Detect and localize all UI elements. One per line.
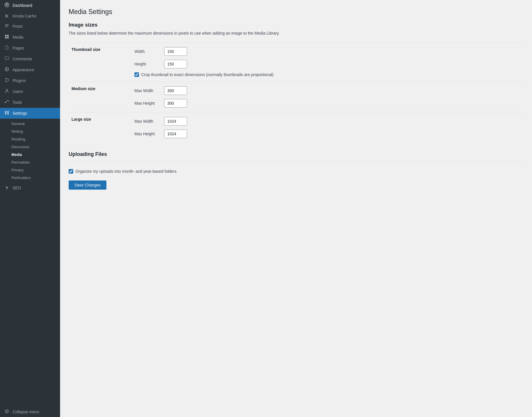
save-changes-button[interactable]: Save Changes <box>69 180 106 190</box>
large-label: Large size <box>69 112 132 143</box>
sidebar: Dashboard K Kinsta Cache Posts Media Pag… <box>0 0 60 417</box>
thumbnail-width-input[interactable] <box>164 47 187 56</box>
submenu-permalinks[interactable]: Permalinks <box>0 158 60 166</box>
sidebar-item-plugins-label: Plugins <box>13 78 26 83</box>
sidebar-bottom: Collapse menu <box>0 407 60 417</box>
svg-point-8 <box>6 89 8 91</box>
sidebar-item-seo[interactable]: Y SEO <box>0 183 60 193</box>
sidebar-item-pages-label: Pages <box>13 46 24 50</box>
large-max-width-label: Max Width <box>134 119 160 124</box>
sidebar-item-users-label: Users <box>13 89 23 94</box>
sidebar-item-users[interactable]: Users <box>0 86 60 97</box>
tools-icon <box>4 100 10 105</box>
large-max-height-label: Max Height <box>134 132 160 136</box>
thumbnail-fields: Width Height Crop thumbnail to exact dim… <box>132 43 523 82</box>
seo-icon: Y <box>4 185 10 190</box>
thumbnail-label: Thumbnail size <box>69 43 132 82</box>
comments-icon <box>4 56 10 62</box>
svg-point-13 <box>5 410 8 413</box>
sidebar-item-media-label: Media <box>13 35 23 39</box>
crop-thumbnail-label: Crop thumbnail to exact dimensions (norm… <box>141 72 273 77</box>
appearance-icon <box>4 67 10 73</box>
submenu-reading[interactable]: Reading <box>0 135 60 143</box>
submenu-privacy[interactable]: Privacy <box>0 166 60 174</box>
medium-row: Medium size Max Width Max Height <box>69 82 523 112</box>
sidebar-item-media-nav[interactable]: Media <box>0 32 60 43</box>
users-icon <box>4 89 10 94</box>
sidebar-item-comments[interactable]: Comments <box>0 53 60 64</box>
large-field-content: Max Width Max Height <box>134 117 521 138</box>
thumbnail-width-row: Width <box>134 47 521 56</box>
thumbnail-height-row: Height <box>134 60 521 68</box>
sidebar-item-appearance-label: Appearance <box>13 67 34 72</box>
submenu-writing[interactable]: Writing <box>0 128 60 135</box>
sidebar-item-kinsta-cache[interactable]: K Kinsta Cache <box>0 11 60 21</box>
sidebar-item-tools-label: Tools <box>13 100 22 105</box>
sidebar-item-settings[interactable]: Settings <box>0 108 60 119</box>
large-height-row: Max Height <box>134 130 521 138</box>
svg-rect-4 <box>7 35 9 37</box>
organize-uploads-label: Organize my uploads into month- and year… <box>76 169 176 174</box>
organize-uploads-row: Organize my uploads into month- and year… <box>69 169 523 174</box>
kinsta-icon: K <box>4 13 10 18</box>
svg-rect-7 <box>5 79 8 82</box>
large-fields: Max Width Max Height <box>132 112 523 143</box>
collapse-menu-label: Collapse menu <box>13 410 39 414</box>
crop-thumbnail-checkbox[interactable] <box>134 72 139 77</box>
medium-max-width-label: Max Width <box>134 88 160 93</box>
svg-rect-3 <box>5 35 7 37</box>
organize-uploads-checkbox[interactable] <box>69 169 73 174</box>
medium-height-row: Max Height <box>134 99 521 108</box>
thumbnail-height-label: Height <box>134 62 160 66</box>
settings-nav-row: Settings <box>0 108 60 119</box>
sidebar-item-posts[interactable]: Posts <box>0 21 60 32</box>
image-sizes-table: Thumbnail size Width Height Crop thumbna… <box>69 42 523 143</box>
main-content: Media Settings Image sizes The sizes lis… <box>60 0 532 417</box>
thumbnail-field-content: Width Height Crop thumbnail to exact dim… <box>134 47 521 77</box>
section-divider <box>69 162 523 162</box>
sidebar-item-seo-label: SEO <box>13 186 21 190</box>
sidebar-item-appearance[interactable]: Appearance <box>0 64 60 75</box>
collapse-menu-button[interactable]: Collapse menu <box>0 407 60 417</box>
svg-rect-12 <box>7 113 8 114</box>
medium-width-input[interactable] <box>164 86 187 95</box>
sidebar-item-dashboard[interactable]: Dashboard <box>0 0 60 11</box>
large-height-input[interactable] <box>164 130 187 138</box>
submenu-discussion[interactable]: Discussion <box>0 143 60 151</box>
sidebar-item-posts-label: Posts <box>13 24 23 29</box>
sidebar-item-dashboard-label: Dashboard <box>13 3 32 8</box>
submenu-perfmatters[interactable]: Perfmatters <box>0 174 60 182</box>
submenu-general[interactable]: General <box>0 120 60 128</box>
large-width-input[interactable] <box>164 117 187 126</box>
sidebar-item-plugins[interactable]: Plugins <box>0 75 60 86</box>
page-title: Media Settings <box>69 8 523 16</box>
medium-label: Medium size <box>69 82 132 112</box>
uploading-files-section: Uploading Files Organize my uploads into… <box>69 151 523 190</box>
medium-width-row: Max Width <box>134 86 521 95</box>
image-sizes-title: Image sizes <box>69 22 523 28</box>
svg-rect-10 <box>5 113 6 114</box>
sidebar-item-tools[interactable]: Tools <box>0 97 60 108</box>
pages-icon <box>4 45 10 51</box>
medium-height-input[interactable] <box>164 99 187 108</box>
media-nav-icon <box>4 34 10 40</box>
sidebar-item-pages[interactable]: Pages <box>0 43 60 53</box>
svg-point-1 <box>6 4 8 6</box>
posts-icon <box>4 23 10 29</box>
plugins-icon <box>4 78 10 84</box>
thumbnail-row: Thumbnail size Width Height Crop thumbna… <box>69 43 523 82</box>
sidebar-item-comments-label: Comments <box>13 57 32 61</box>
thumbnail-height-input[interactable] <box>164 60 187 68</box>
large-width-row: Max Width <box>134 117 521 126</box>
settings-submenu: General Writing Reading Discussion Media… <box>0 119 60 183</box>
uploading-files-title: Uploading Files <box>69 151 523 157</box>
sidebar-item-settings-label: Settings <box>13 111 27 116</box>
sidebar-item-kinsta-label: Kinsta Cache <box>13 14 36 18</box>
collapse-icon <box>4 409 10 414</box>
settings-icon <box>4 110 10 116</box>
dashboard-icon <box>4 3 10 8</box>
medium-fields: Max Width Max Height <box>132 82 523 112</box>
submenu-media[interactable]: Media <box>0 151 60 158</box>
svg-rect-5 <box>5 37 7 39</box>
svg-rect-6 <box>7 37 9 39</box>
